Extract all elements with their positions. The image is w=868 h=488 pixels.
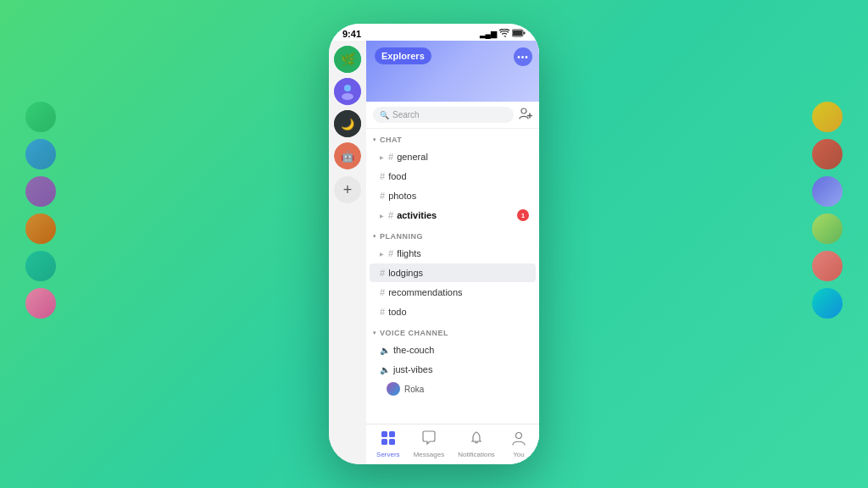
category-voice[interactable]: ▾ VOICE CHANNEL	[366, 322, 539, 340]
voice-member-roka[interactable]: Roka	[366, 380, 539, 398]
nav-item-notifications[interactable]: Notifications	[451, 427, 502, 462]
category-chat[interactable]: ▾ CHAT	[366, 129, 539, 147]
server-name-badge: Explorers	[375, 47, 431, 64]
channel-name: todo	[388, 307, 406, 317]
nav-label-messages: Messages	[414, 451, 444, 458]
deco-circle	[25, 176, 56, 207]
category-arrow-voice: ▾	[373, 330, 376, 336]
channel-food[interactable]: # food	[370, 167, 536, 186]
notification-badge: 1	[517, 209, 529, 221]
channel-name: lodgings	[388, 268, 423, 278]
add-member-button[interactable]	[519, 107, 532, 123]
server-icon-2[interactable]	[334, 78, 361, 105]
channel-photos[interactable]: # photos	[370, 186, 536, 205]
hash-icon: #	[380, 171, 385, 181]
svg-point-19	[515, 433, 521, 439]
server-options-button[interactable]: •••	[514, 47, 532, 66]
server-list: 🌿 🌙 🤖	[329, 41, 366, 464]
hash-icon: #	[388, 248, 393, 258]
server-icon-4[interactable]: 🤖	[334, 142, 361, 169]
deco-circle	[812, 251, 843, 281]
server-icon-3[interactable]: 🌙	[334, 110, 361, 137]
svg-rect-18	[389, 439, 395, 445]
hash-icon: #	[388, 152, 393, 162]
svg-rect-16	[389, 431, 395, 437]
category-arrow-planning: ▾	[373, 233, 376, 240]
nav-label-you: You	[513, 451, 525, 458]
svg-rect-17	[381, 439, 387, 445]
speaker-icon: 🔈	[380, 346, 390, 355]
servers-icon	[381, 430, 396, 449]
person-icon	[511, 430, 526, 449]
status-bar: 9:41 ▂▄▆	[329, 24, 539, 41]
channel-activities[interactable]: ▶ # activities 1	[370, 206, 536, 225]
status-icons: ▂▄▆	[480, 29, 526, 39]
channel-lodgings[interactable]: # lodgings	[370, 263, 536, 282]
ellipsis-icon: •••	[517, 53, 529, 62]
deco-circle	[25, 139, 56, 169]
svg-text:🤖: 🤖	[341, 149, 355, 164]
channel-recommendations[interactable]: # recommendations	[370, 283, 536, 302]
channel-list: ▾ CHAT ▶ # general # food # photos	[366, 129, 539, 424]
bottom-nav: Servers Messages	[366, 424, 539, 464]
add-server-button[interactable]: +	[334, 176, 361, 203]
server-banner: Explorers •••	[366, 41, 539, 102]
channel-name: flights	[397, 248, 421, 258]
channel-expand-icon: ▶	[380, 251, 384, 257]
nav-item-servers[interactable]: Servers	[370, 427, 407, 462]
server-icon-1[interactable]: 🌿	[334, 46, 361, 73]
deco-circle	[25, 102, 56, 132]
svg-rect-2	[513, 30, 522, 36]
search-bar: 🔍 Search	[366, 102, 539, 129]
messages-icon	[421, 430, 437, 449]
svg-rect-15	[381, 431, 387, 437]
deco-circle	[25, 251, 56, 281]
category-planning[interactable]: ▾ PLANNING	[366, 225, 539, 243]
search-input-wrap[interactable]: 🔍 Search	[373, 107, 514, 123]
channel-general[interactable]: ▶ # general	[370, 147, 536, 166]
hash-icon: #	[380, 268, 385, 278]
deco-circle	[25, 214, 56, 244]
category-label-planning: PLANNING	[380, 232, 423, 241]
hash-icon: #	[380, 191, 385, 201]
phone-frame: 9:41 ▂▄▆	[329, 24, 539, 464]
voice-channel-just-vibes[interactable]: 🔈 just-vibes	[370, 360, 536, 379]
svg-point-6	[344, 85, 351, 92]
channel-name: the-couch	[393, 345, 434, 355]
hash-icon: #	[388, 210, 393, 220]
battery-icon	[512, 29, 526, 39]
nav-label-servers: Servers	[376, 451, 400, 458]
channel-name: photos	[388, 191, 416, 201]
svg-rect-1	[524, 32, 526, 35]
deco-circle	[25, 288, 56, 319]
channel-name: activities	[397, 210, 437, 220]
deco-circle	[812, 214, 843, 244]
svg-point-12	[521, 108, 526, 114]
hash-icon: #	[380, 287, 385, 297]
category-label-voice: VOICE CHANNEL	[380, 329, 448, 337]
channel-name: food	[388, 171, 406, 181]
plus-icon: +	[343, 181, 353, 199]
nav-label-notifications: Notifications	[458, 451, 495, 458]
channel-name: recommendations	[388, 287, 462, 297]
nav-item-messages[interactable]: Messages	[407, 427, 451, 462]
nav-item-you[interactable]: You	[502, 427, 536, 462]
deco-circle	[812, 288, 843, 319]
deco-circle	[812, 139, 843, 169]
search-icon: 🔍	[380, 111, 389, 119]
avatar	[387, 382, 400, 396]
search-input[interactable]: Search	[392, 110, 420, 119]
bell-icon	[469, 430, 484, 449]
channel-panel: Explorers ••• 🔍 Search	[366, 41, 539, 464]
channel-todo[interactable]: # todo	[370, 302, 536, 321]
channel-name: just-vibes	[393, 364, 432, 374]
app-content: 🌿 🌙 🤖	[329, 41, 539, 464]
voice-channel-the-couch[interactable]: 🔈 the-couch	[370, 341, 536, 359]
wifi-icon	[499, 29, 509, 39]
channel-flights[interactable]: ▶ # flights	[370, 244, 536, 263]
category-label-chat: CHAT	[380, 136, 402, 144]
category-arrow-chat: ▾	[373, 136, 376, 143]
svg-point-7	[342, 93, 353, 100]
deco-circles-left	[25, 102, 56, 319]
channel-expand-icon: ▶	[380, 213, 384, 219]
